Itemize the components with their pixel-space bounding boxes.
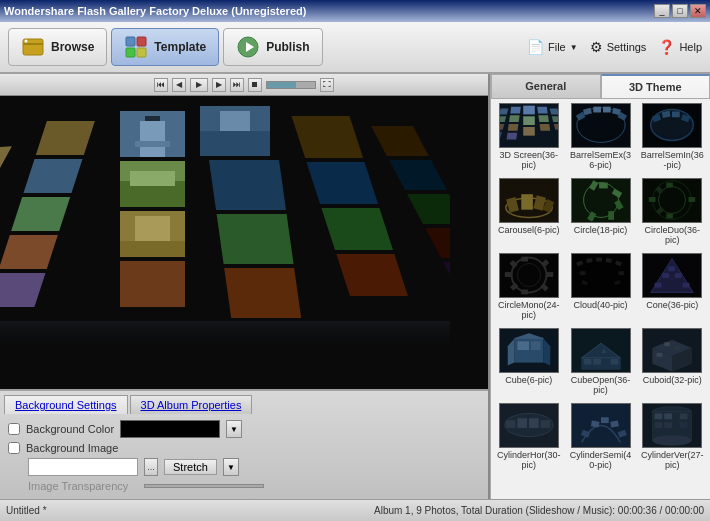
settings-label: Settings [607, 41, 647, 53]
svg-rect-132 [663, 273, 670, 278]
theme-thumb-cylinderhor [499, 403, 559, 448]
theme-thumb-circlemono [499, 253, 559, 298]
publish-button[interactable]: Publish [223, 28, 322, 66]
template-icon [124, 35, 148, 59]
theme-label-circle: Circle(18-pic) [574, 225, 628, 235]
template-label: Template [154, 40, 206, 54]
volume-slider[interactable] [266, 81, 316, 89]
settings-tabs: Background Settings 3D Album Properties [0, 391, 488, 414]
theme-thumb-cloud [571, 253, 631, 298]
svg-rect-1 [23, 43, 43, 45]
theme-item-cone[interactable]: Cone(36-pic) [638, 253, 706, 320]
file-icon: 📄 [527, 39, 544, 55]
browse-icon [21, 35, 45, 59]
theme-item-circleduo[interactable]: CircleDuo(36-pic) [638, 178, 706, 245]
general-tab[interactable]: General [491, 74, 601, 98]
minimize-button[interactable]: _ [654, 4, 670, 18]
maximize-button[interactable]: □ [672, 4, 688, 18]
main-content: ⏮ ◀ ▶ ▶ ⏭ ⏹ ⛶ [0, 74, 710, 499]
theme-thumb-circle [571, 178, 631, 223]
theme-row-2: Carousel(6-pic) [495, 178, 706, 245]
svg-rect-57 [510, 107, 521, 114]
theme-item-circle[interactable]: Circle(18-pic) [567, 178, 635, 245]
svg-rect-125 [579, 271, 585, 275]
app-title: Wondershare Flash Gallery Factory Deluxe… [4, 5, 306, 17]
svg-rect-183 [680, 422, 688, 428]
stretch-dropdown-button[interactable]: ▼ [223, 458, 239, 476]
fastforward-button[interactable]: ⏭ [230, 78, 244, 92]
image-path-input[interactable] [28, 458, 138, 476]
publish-icon [236, 35, 260, 59]
svg-rect-24 [120, 261, 185, 307]
bg-image-checkbox[interactable] [8, 442, 20, 454]
theme-label-barrelsemex: BarrelSemEx(36-pic) [568, 150, 633, 170]
play-button[interactable]: ▶ [190, 78, 208, 92]
svg-rect-114 [546, 272, 553, 277]
album-properties-tab[interactable]: 3D Album Properties [130, 395, 253, 414]
theme-item-barrelsemint[interactable]: BarrelSemIn(36-pic) [638, 103, 706, 170]
svg-rect-97 [608, 211, 614, 220]
theme-item-cylindersemi[interactable]: CylinderSemi(40-pic) [567, 403, 635, 470]
rewind-button[interactable]: ⏮ [154, 78, 168, 92]
bg-image-input-row: … Stretch ▼ [8, 458, 480, 476]
svg-rect-131 [655, 283, 662, 288]
bg-settings-tab[interactable]: Background Settings [4, 395, 128, 414]
svg-rect-133 [675, 273, 682, 278]
theme-label-cylinderhor: CylinderHor(30-pic) [496, 450, 561, 470]
prev-button[interactable]: ◀ [172, 78, 186, 92]
theme-item-cube[interactable]: Cube(6-pic) [495, 328, 563, 395]
svg-rect-134 [683, 283, 690, 288]
svg-rect-4 [137, 37, 146, 46]
svg-rect-180 [680, 413, 688, 419]
bg-color-checkbox[interactable] [8, 423, 20, 435]
status-right: Album 1, 9 Photos, Total Duration (Slide… [374, 505, 704, 516]
settings-button[interactable]: ⚙ Settings [590, 39, 647, 55]
theme-item-cubeopen[interactable]: CubeOpen(36-pic) [567, 328, 635, 395]
theme-item-cuboid[interactable]: Cuboid(32-pic) [638, 328, 706, 395]
theme-item-3dscreen[interactable]: 3D Screen(36-pic) [495, 103, 563, 170]
theme-item-carousel[interactable]: Carousel(6-pic) [495, 178, 563, 245]
svg-rect-3 [126, 37, 135, 46]
color-dropdown-button[interactable]: ▼ [226, 420, 242, 438]
file-label: File [548, 41, 566, 53]
svg-rect-83 [672, 111, 680, 117]
svg-rect-64 [537, 107, 548, 114]
fullscreen-button[interactable]: ⛶ [320, 78, 334, 92]
transparency-slider[interactable] [144, 484, 264, 488]
svg-rect-167 [540, 420, 550, 428]
toolbar-right: 📄 File ▼ ⚙ Settings ❓ Help [527, 39, 702, 55]
browse-image-button[interactable]: … [144, 458, 158, 476]
svg-rect-60 [506, 133, 517, 140]
theme-row-5: CylinderHor(30-pic) [495, 403, 706, 470]
svg-rect-94 [599, 183, 608, 189]
svg-rect-62 [523, 116, 535, 125]
theme-item-cylinderhor[interactable]: CylinderHor(30-pic) [495, 403, 563, 470]
svg-rect-104 [649, 197, 656, 202]
stretch-button[interactable]: Stretch [164, 459, 217, 475]
theme-grid[interactable]: 3D Screen(36-pic) [491, 99, 710, 499]
svg-rect-5 [126, 48, 135, 57]
help-icon: ❓ [658, 39, 675, 55]
theme-item-cylinderver[interactable]: CylinderVer(27-pic) [638, 403, 706, 470]
title-bar: Wondershare Flash Gallery Factory Deluxe… [0, 0, 710, 22]
theme-tabs: General 3D Theme [491, 74, 710, 99]
theme-thumb-3dscreen [499, 103, 559, 148]
browse-button[interactable]: Browse [8, 28, 107, 66]
file-button[interactable]: 📄 File ▼ [527, 39, 578, 55]
next-button[interactable]: ▶ [212, 78, 226, 92]
theme-item-cloud[interactable]: Cloud(40-pic) [567, 253, 635, 320]
svg-rect-39 [140, 121, 165, 157]
theme-thumb-cone [642, 253, 702, 298]
svg-rect-74 [593, 107, 601, 113]
help-button[interactable]: ❓ Help [658, 39, 702, 55]
theme-label-cone: Cone(36-pic) [646, 300, 698, 310]
3d-theme-tab[interactable]: 3D Theme [601, 74, 711, 98]
svg-rect-26 [209, 160, 286, 210]
theme-item-barrelsemex[interactable]: BarrelSemEx(36-pic) [567, 103, 635, 170]
close-button[interactable]: ✕ [690, 4, 706, 18]
stop-button[interactable]: ⏹ [248, 78, 262, 92]
template-button[interactable]: Template [111, 28, 219, 66]
theme-item-circlemono[interactable]: CircleMono(24-pic) [495, 253, 563, 320]
svg-rect-164 [506, 420, 516, 428]
color-picker[interactable] [120, 420, 220, 438]
